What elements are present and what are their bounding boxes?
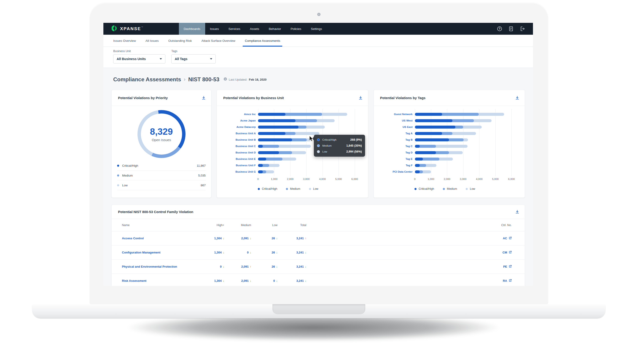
download-icon[interactable] (515, 96, 519, 100)
download-icon[interactable] (202, 96, 206, 100)
bar-category-label[interactable]: Business Unit B (221, 138, 258, 141)
bar-segment-critical-high[interactable] (258, 132, 286, 135)
bar-category-label[interactable]: Tag B (378, 138, 415, 141)
open-issues-label: Open Issues (152, 138, 171, 142)
release-notes-icon[interactable] (509, 26, 514, 31)
bar-category-label[interactable]: US East (378, 126, 415, 128)
ctrl-no-link[interactable]: RA (485, 279, 512, 283)
brand-logo[interactable]: XPANSE™ (104, 23, 179, 35)
bar-category-label[interactable]: Guest Network (378, 113, 415, 115)
bar-category-label[interactable]: Amce Inc (221, 113, 258, 115)
tooltip-row-low: Low2,994 (56%) (317, 149, 362, 155)
download-icon[interactable] (515, 210, 519, 214)
ctrl-no-link[interactable]: CM (485, 251, 512, 254)
bar-segment-critical-high[interactable] (258, 126, 298, 129)
bar-category-label[interactable]: Business Unit A (221, 132, 258, 135)
bar-segment-critical-high[interactable] (415, 158, 423, 160)
bar-category-label[interactable]: Business Unit G (221, 170, 258, 173)
tab-all-issues[interactable]: All Issues (141, 35, 163, 46)
bar-category-label[interactable]: Acme Japan (221, 119, 258, 122)
bar-segment-critical-high[interactable] (258, 164, 263, 167)
bar-segment-critical-high[interactable] (258, 158, 266, 160)
nav-item-policies[interactable]: Policies (286, 23, 306, 35)
external-link-icon (509, 251, 512, 254)
bar-segment-critical-high[interactable] (415, 145, 420, 148)
brand-name: XPANSE™ (120, 26, 144, 31)
bar-category-label[interactable]: Business Unit E (221, 158, 258, 160)
donut-chart[interactable]: 8,329 Open Issues (137, 110, 185, 158)
control-family-link[interactable]: Physical and Environmental Protection (122, 265, 190, 268)
bar-category-label[interactable]: US West (378, 119, 415, 122)
bar-row-tag-c: Tag C (378, 143, 512, 149)
nav-item-settings[interactable]: Settings (306, 23, 327, 35)
legend-dot-critical-high (117, 165, 119, 167)
bar-segment-critical-high[interactable] (415, 119, 452, 122)
bar-category-label[interactable]: Tag C (378, 145, 415, 148)
nav-item-services[interactable]: Services (224, 23, 245, 35)
bar-segment-critical-high[interactable] (415, 170, 420, 173)
bar-category-label[interactable]: Business Unit F (221, 164, 258, 167)
tab-attack-surface-overview[interactable]: Attack Surface Overview (197, 35, 240, 46)
tab-issues-overview[interactable]: Issues Overview (108, 35, 141, 46)
bar-category-label[interactable]: Tag E (378, 158, 415, 160)
bar-segment-critical-high[interactable] (258, 119, 295, 122)
bar-segment-critical-high[interactable] (258, 170, 263, 173)
bar-segment-critical-high[interactable] (258, 113, 286, 116)
tooltip-label: Medium (322, 144, 332, 147)
total-value: 3,241 (296, 265, 304, 268)
tab-outstanding-risk[interactable]: Outstanding Risk (163, 35, 197, 46)
bar-segment-critical-high[interactable] (258, 151, 279, 154)
trend-down-icon: ↓ (305, 251, 306, 254)
tags-select[interactable]: All Tags (171, 54, 216, 64)
total-value: 3,241 (296, 237, 304, 240)
business-unit-select[interactable]: All Business Units (113, 54, 165, 64)
bar-category-label[interactable]: Tag A (378, 132, 415, 135)
control-family-link[interactable]: Configuration Management (122, 251, 190, 254)
x-axis-tick: 1,000 (271, 178, 278, 181)
bar-track (258, 113, 355, 116)
bar-category-label[interactable]: Tag F (378, 164, 415, 167)
x-axis-tick: 4,000 (319, 178, 326, 181)
bar-category-label[interactable]: Business Unit C (221, 145, 258, 148)
legend-label: Low (470, 187, 475, 190)
ctrl-no-link[interactable]: AC (485, 237, 512, 240)
nav-item-assets[interactable]: Assets (245, 23, 264, 35)
bar-segment-critical-high[interactable] (415, 126, 455, 129)
legend-dot-medium (443, 188, 445, 190)
bar-category-label[interactable]: Business Unit D (221, 151, 258, 154)
help-icon[interactable]: ? (497, 26, 502, 31)
legend-item-critical-high: Critical/High (258, 187, 277, 190)
bar-category-label[interactable]: PCI Data Center (378, 170, 415, 173)
bar-row-business-unit-e: Business Unit E (221, 156, 355, 162)
table-row-access-control: Access Control1,304↓2,091↓26↓3,241↑AC (112, 231, 525, 246)
bar-segment-critical-high[interactable] (258, 145, 263, 148)
bar-segment-critical-high[interactable] (415, 138, 449, 141)
bar-category-label[interactable]: Acme Datacorp (221, 126, 258, 128)
logout-icon[interactable] (520, 26, 525, 31)
bar-row-tag-f: Tag F (378, 162, 512, 169)
nav-item-issues[interactable]: Issues (205, 23, 224, 35)
breadcrumb-parent[interactable]: Compliance Assessments (113, 76, 181, 83)
legend-item-low: Low (309, 187, 318, 190)
laptop-shadow (44, 315, 583, 356)
legend-dot-critical-high (415, 188, 416, 190)
nav-item-behavior[interactable]: Behavior (264, 23, 286, 35)
bar-segment-critical-high[interactable] (415, 113, 442, 116)
tags-bar-chart[interactable]: Guest NetworkUS WestUS EastTag ATag BTag… (374, 106, 525, 190)
svg-text:?: ? (499, 27, 500, 30)
tab-compliance-assessments[interactable]: Compliance Assessments (240, 35, 285, 46)
ctrl-no-link[interactable]: PE (485, 265, 512, 269)
legend-dot-low (466, 188, 468, 190)
legend-label: Medium (122, 174, 133, 177)
control-family-link[interactable]: Access Control (122, 237, 190, 240)
bar-segment-critical-high[interactable] (258, 138, 292, 141)
nav-item-dashboards[interactable]: Dashboards (179, 23, 205, 35)
bar-segment-critical-high[interactable] (415, 164, 420, 167)
control-family-link[interactable]: Risk Assessment (122, 279, 190, 282)
laptop-base (32, 304, 605, 318)
bar-segment-critical-high[interactable] (415, 151, 436, 154)
bar-row-us-east: US East (378, 124, 512, 130)
bar-segment-critical-high[interactable] (415, 132, 442, 135)
download-icon[interactable] (359, 96, 363, 100)
bar-category-label[interactable]: Tag D (378, 151, 415, 154)
